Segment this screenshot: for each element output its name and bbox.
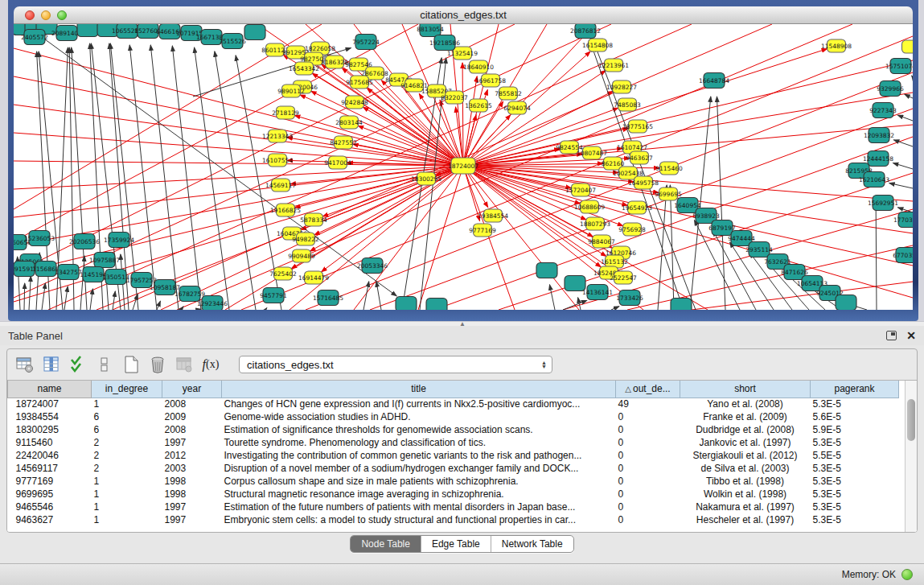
graph-node[interactable]: 12213961 bbox=[598, 59, 629, 72]
graph-node[interactable]: 20876812 bbox=[570, 24, 601, 39]
graph-node[interactable]: 10688609 bbox=[574, 200, 605, 213]
table-cell[interactable]: Stergiakouli et al. (2012) bbox=[680, 449, 811, 462]
graph-node[interactable] bbox=[77, 24, 98, 37]
table-cell[interactable]: 5.3E-5 bbox=[811, 462, 899, 475]
graph-node[interactable]: 10928227 bbox=[606, 80, 637, 93]
table-cell[interactable]: 1 bbox=[92, 501, 162, 513]
table-settings-icon[interactable] bbox=[15, 355, 35, 374]
table-cell[interactable]: 2003 bbox=[162, 462, 222, 475]
graph-node[interactable]: 7855812 bbox=[495, 87, 522, 100]
table-cell[interactable]: Wolkin et al. (1998) bbox=[680, 488, 811, 501]
table-cell[interactable]: 5.3E-5 bbox=[811, 398, 899, 410]
graph-node[interactable]: 9909489 bbox=[288, 249, 315, 262]
table-cell[interactable]: 2012 bbox=[162, 449, 222, 462]
function-builder-icon[interactable]: f(x) bbox=[201, 355, 220, 374]
float-panel-icon[interactable] bbox=[886, 331, 897, 340]
tab-edge-table[interactable]: Edge Table bbox=[421, 536, 491, 552]
graph-node[interactable]: 7515526 bbox=[219, 34, 246, 49]
table-cell[interactable]: 0 bbox=[616, 475, 680, 488]
graph-node[interactable] bbox=[536, 263, 557, 278]
graph-node[interactable]: 14136141 bbox=[582, 285, 613, 300]
table-cell[interactable]: 5.6E-5 bbox=[811, 410, 899, 423]
column-header-name[interactable]: name bbox=[8, 381, 92, 398]
network-canvas[interactable]: 1872400786011238912954182260589827509165… bbox=[14, 24, 913, 310]
table-cell[interactable]: 0 bbox=[616, 449, 680, 462]
table-cell[interactable]: Dudbridge et al. (2008) bbox=[680, 423, 811, 436]
graph-node[interactable]: 7485083 bbox=[614, 98, 641, 111]
table-cell[interactable]: Tibbo et al. (1998) bbox=[680, 475, 811, 488]
table-cell[interactable]: Nakamura et al. (1997) bbox=[680, 501, 811, 513]
close-panel-icon[interactable]: ✕ bbox=[906, 330, 916, 341]
table-row[interactable]: 1456911722003Disruption of a novel membe… bbox=[8, 462, 899, 475]
graph-node[interactable]: 1733426 bbox=[616, 290, 643, 306]
table-cell[interactable]: 1 bbox=[92, 488, 162, 501]
table-cell[interactable]: 1997 bbox=[162, 501, 222, 513]
table-cell[interactable]: 0 bbox=[616, 488, 680, 501]
graph-node[interactable]: 2803144 bbox=[335, 116, 363, 129]
table-cell[interactable]: Franke et al. (2009) bbox=[680, 410, 811, 423]
table-cell[interactable]: Yano et al. (2008) bbox=[680, 398, 811, 410]
table-cell[interactable]: 1997 bbox=[162, 513, 222, 526]
select-rows-icon[interactable] bbox=[68, 355, 88, 374]
table-cell[interactable]: 6 bbox=[92, 423, 162, 436]
column-header-title[interactable]: title bbox=[222, 381, 616, 398]
column-header-out_de[interactable]: △out_de... bbox=[616, 381, 680, 398]
column-header-short[interactable]: short bbox=[680, 381, 811, 398]
table-row[interactable]: 946362711997Embryonic stem cells: a mode… bbox=[8, 513, 899, 526]
splitter-grip-icon[interactable]: ▲ bbox=[459, 320, 466, 328]
graph-node[interactable] bbox=[671, 299, 692, 311]
table-cell[interactable]: 5.3E-5 bbox=[811, 488, 899, 501]
graph-node[interactable]: 18724007 bbox=[448, 158, 478, 174]
graph-node[interactable]: 12093832 bbox=[864, 128, 894, 143]
graph-node[interactable]: 15692951 bbox=[868, 196, 898, 211]
table-cell[interactable]: 1 bbox=[92, 398, 162, 410]
graph-node[interactable]: 16154808 bbox=[582, 39, 613, 51]
table-cell[interactable]: 5.3E-5 bbox=[811, 436, 899, 449]
table-cell[interactable]: Tourette syndrome. Phenomenology and cla… bbox=[222, 436, 616, 449]
column-header-in_degree[interactable]: in_degree bbox=[92, 381, 162, 398]
graph-node[interactable]: 9417004 bbox=[324, 156, 351, 169]
table-cell[interactable]: Disruption of a novel member of a sodium… bbox=[222, 462, 616, 475]
table-cell[interactable]: 9115460 bbox=[8, 436, 92, 449]
graph-node[interactable] bbox=[426, 299, 447, 311]
table-cell[interactable]: Embryonic stem cells: a model to study s… bbox=[222, 513, 616, 526]
graph-node[interactable]: 12213343 bbox=[262, 130, 293, 142]
table-row[interactable]: 911546021997Tourette syndrome. Phenomeno… bbox=[8, 436, 899, 449]
column-header-year[interactable]: year bbox=[162, 381, 222, 398]
graph-node[interactable]: 17359924 bbox=[104, 233, 134, 248]
graph-node[interactable]: 5878334 bbox=[300, 213, 327, 226]
table-cell[interactable]: Structural magnetic resonance image aver… bbox=[222, 488, 616, 501]
table-cell[interactable]: 0 bbox=[616, 436, 680, 449]
table-cell[interactable]: Investigating the contribution of common… bbox=[222, 449, 616, 462]
graph-node[interactable]: 12923446 bbox=[197, 296, 228, 311]
graph-node[interactable] bbox=[902, 40, 914, 53]
table-cell[interactable]: 0 bbox=[616, 513, 680, 526]
graph-node[interactable]: 1342757 bbox=[55, 265, 82, 280]
table-cell[interactable]: 19384554 bbox=[8, 410, 92, 423]
table-cell[interactable]: 0 bbox=[616, 423, 680, 436]
graph-node[interactable]: 15751074 bbox=[885, 59, 913, 74]
table-cell[interactable]: 2 bbox=[92, 449, 162, 462]
table-cell[interactable]: Hescheler et al. (1997) bbox=[680, 513, 811, 526]
graph-node[interactable] bbox=[396, 297, 417, 311]
graph-node[interactable]: 1362615 bbox=[465, 99, 492, 112]
table-row[interactable]: 1830029562008Estimation of significance … bbox=[8, 423, 899, 436]
table-cell[interactable]: 0 bbox=[616, 462, 680, 475]
table-cell[interactable]: 2 bbox=[92, 462, 162, 475]
network-graph[interactable]: 1872400786011238912954182260589827509165… bbox=[14, 24, 913, 310]
table-cell[interactable]: 49 bbox=[616, 398, 680, 410]
graph-node[interactable]: 11548908 bbox=[821, 39, 852, 52]
table-cell[interactable]: 18300295 bbox=[8, 423, 92, 436]
table-cell[interactable]: Estimation of the future numbers of pati… bbox=[222, 501, 616, 513]
clear-selection-icon[interactable] bbox=[95, 355, 114, 374]
graph-node[interactable]: 20206536 bbox=[69, 234, 100, 249]
table-cell[interactable]: 22420046 bbox=[8, 449, 92, 462]
table-cell[interactable]: 9777169 bbox=[8, 475, 92, 488]
graph-node[interactable]: 9756928 bbox=[618, 223, 646, 236]
graph-node[interactable]: 15716485 bbox=[313, 290, 343, 306]
graph-node[interactable]: 6770350 bbox=[893, 248, 913, 263]
table-cell[interactable]: 2 bbox=[92, 436, 162, 449]
graph-node[interactable]: 16107554 bbox=[262, 154, 293, 167]
window-titlebar[interactable]: citations_edges.txt bbox=[14, 6, 913, 24]
table-cell[interactable]: 2008 bbox=[162, 423, 222, 436]
